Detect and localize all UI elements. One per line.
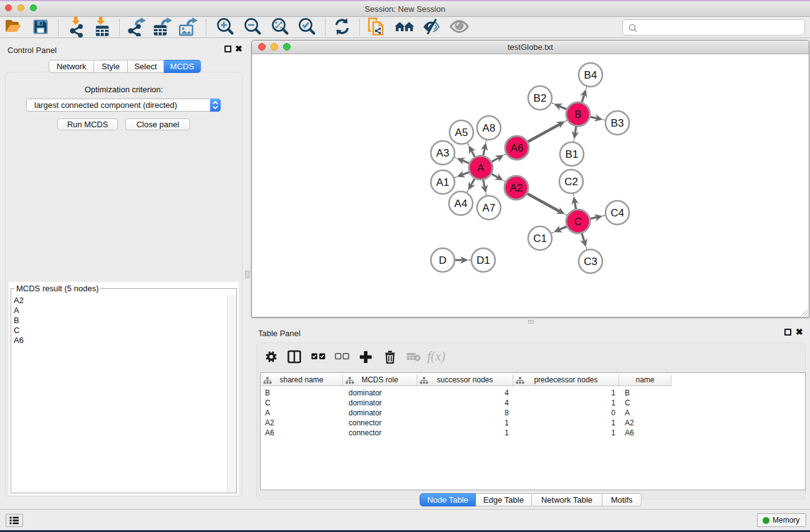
svg-text:D: D [439, 254, 446, 266]
svg-text:A3: A3 [436, 147, 450, 159]
svg-text:D1: D1 [476, 254, 490, 266]
svg-text:B: B [574, 109, 581, 120]
svg-text:B4: B4 [584, 69, 597, 81]
svg-text:A1: A1 [436, 177, 450, 188]
svg-text:C1: C1 [533, 233, 547, 244]
svg-text:B2: B2 [534, 92, 547, 104]
svg-text:A4: A4 [455, 198, 468, 210]
svg-text:A7: A7 [483, 202, 496, 214]
svg-text:A5: A5 [455, 127, 468, 138]
svg-text:A2: A2 [510, 182, 523, 194]
svg-text:B3: B3 [611, 117, 624, 129]
svg-text:C2: C2 [564, 176, 578, 188]
svg-text:A6: A6 [511, 142, 524, 154]
svg-text:C4: C4 [610, 207, 624, 219]
svg-text:B1: B1 [566, 148, 579, 160]
svg-text:C: C [574, 216, 582, 228]
svg-text:C3: C3 [584, 256, 597, 268]
svg-text:A: A [477, 162, 485, 174]
svg-text:A8: A8 [483, 122, 496, 134]
